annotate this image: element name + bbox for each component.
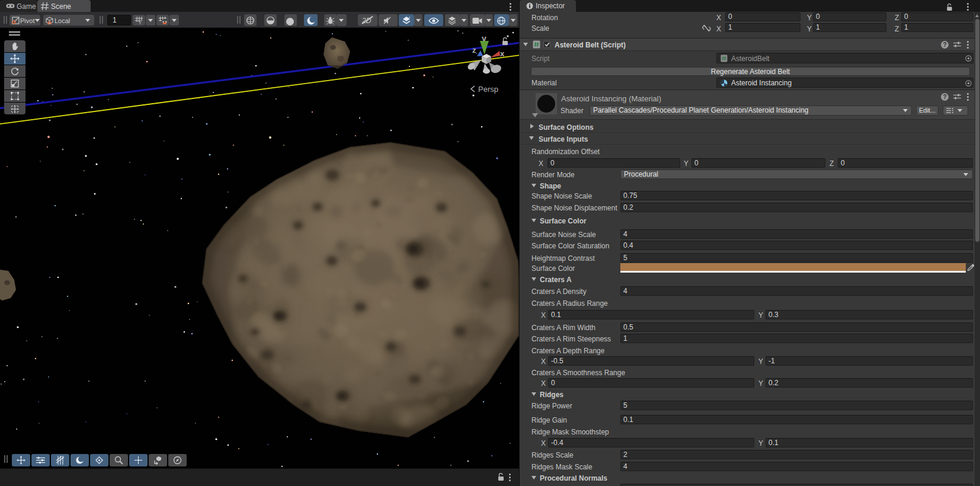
svg-text:z: z bbox=[472, 46, 476, 55]
svg-text:x: x bbox=[500, 49, 505, 58]
svg-text:Y: Y bbox=[139, 21, 142, 24]
